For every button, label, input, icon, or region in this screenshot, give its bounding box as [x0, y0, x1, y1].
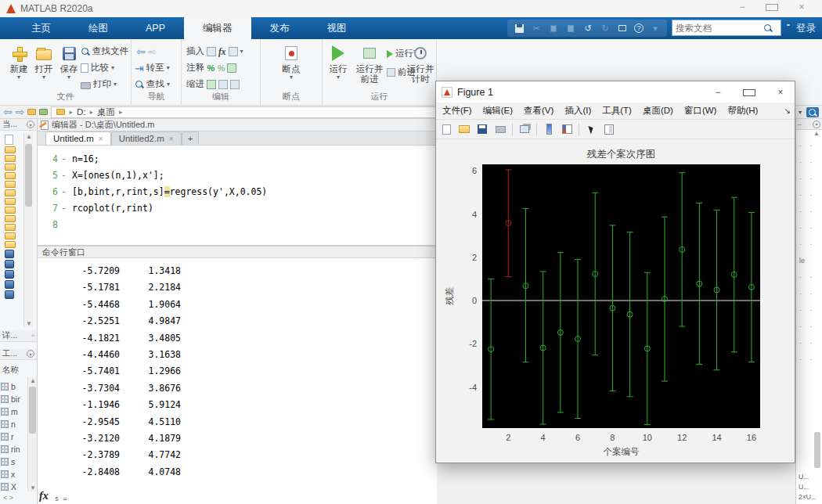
minimize-button[interactable]: −	[736, 2, 748, 13]
run-and-time-button[interactable]: 运行并 计时	[406, 44, 435, 85]
new-tab-button[interactable]: +	[182, 131, 200, 145]
paste-icon[interactable]	[565, 23, 576, 34]
figure-menu-编辑(E)[interactable]: 编辑(E)	[483, 105, 513, 117]
current-folder-header[interactable]: 当... ▾	[0, 119, 37, 131]
switch-window-icon[interactable]	[617, 23, 628, 34]
open-file-icon[interactable]	[457, 122, 471, 136]
mdoc-icon[interactable]	[5, 260, 14, 268]
smart-indent-icon[interactable]	[207, 80, 216, 89]
help-icon[interactable]: ?	[634, 23, 644, 33]
new-figure-icon[interactable]	[439, 122, 453, 136]
right-panel-header[interactable]: –▾	[796, 119, 822, 130]
figure-menu-工具(T)[interactable]: 工具(T)	[602, 105, 632, 117]
code-line[interactable]: 7-rcoplot(r,rint)	[38, 200, 437, 216]
code-area[interactable]: 4-n=16;5-X=[ones(n,1),x'];6-[b,bint,r,ri…	[38, 146, 437, 246]
right-scrollbar-thumb[interactable]	[814, 432, 820, 468]
figure-menu-窗口(W)[interactable]: 窗口(W)	[684, 105, 717, 117]
folder-icon[interactable]	[5, 215, 16, 222]
folder-icon[interactable]	[5, 232, 16, 239]
nav-forward-icon[interactable]: ⇨	[16, 106, 25, 118]
comment-row[interactable]: 注释 % %	[186, 61, 236, 74]
save-icon[interactable]	[514, 23, 525, 34]
mdoc-icon[interactable]	[5, 250, 14, 258]
mdoc-icon[interactable]	[5, 280, 14, 289]
save-figure-icon[interactable]	[475, 122, 489, 136]
uncomment-icon[interactable]: %	[217, 63, 225, 73]
run-and-advance-button[interactable]: 运行并 前进	[354, 44, 385, 85]
right-panel-menu-icon[interactable]: ▾	[813, 121, 820, 128]
forward-icon[interactable]: ⇨	[148, 45, 157, 58]
code-line[interactable]: 8	[38, 216, 437, 232]
breadcrumb-segment[interactable]: D:	[77, 107, 86, 117]
workspace-variable-x[interactable]: x	[1, 468, 27, 481]
figure-maximize-button[interactable]	[743, 87, 755, 99]
tab-close-icon[interactable]: ×	[99, 135, 103, 143]
folder-icon[interactable]	[5, 155, 16, 162]
figure-close-button[interactable]: ×	[774, 87, 787, 99]
wrap-comments-icon[interactable]	[227, 63, 236, 73]
insert-function-icon[interactable]: fx	[218, 47, 226, 56]
restore-button[interactable]	[766, 2, 778, 13]
back-icon[interactable]: ⇦	[136, 45, 146, 58]
figure-menu-文件(F)[interactable]: 文件(F)	[442, 105, 472, 117]
workspace-variable-X[interactable]: X	[1, 481, 27, 493]
find-button[interactable]: 查找▾	[135, 77, 170, 91]
workspace-variable-bir[interactable]: bir	[1, 393, 27, 405]
editor-tab-Untitled.m[interactable]: Untitled.m×	[45, 131, 111, 145]
indent-row[interactable]: 缩进	[186, 77, 240, 91]
folder-icon[interactable]	[5, 164, 16, 171]
folder-icon[interactable]	[5, 241, 16, 248]
folder-icon[interactable]	[5, 224, 16, 231]
ribbon-tab-视图[interactable]: 视图	[308, 17, 366, 39]
property-inspector-icon[interactable]	[602, 122, 616, 136]
command-window-header[interactable]: 命令行窗口	[38, 246, 437, 258]
sign-in-button[interactable]: 登录	[796, 17, 816, 39]
qa-dropdown-icon[interactable]: ▾	[650, 23, 661, 34]
doc-search-input[interactable]	[676, 23, 763, 33]
workspace-variable-n[interactable]: n	[1, 418, 27, 430]
command-prompt[interactable]: fx s =	[39, 490, 67, 502]
compare-button[interactable]: 比较▾	[81, 61, 114, 74]
figure-menu-查看(V)[interactable]: 查看(V)	[524, 105, 553, 117]
panel-menu-icon[interactable]: ▾	[27, 121, 34, 128]
folder-icon[interactable]	[5, 207, 16, 214]
figure-title-bar[interactable]: Figure 1 − ×	[436, 81, 795, 103]
menu-overflow-icon[interactable]: ↘	[784, 106, 791, 115]
folder-icon[interactable]	[5, 189, 16, 196]
figure-menu-插入(I)[interactable]: 插入(I)	[564, 105, 591, 117]
folder-icon[interactable]	[5, 172, 16, 179]
figure-menu-桌面(D)[interactable]: 桌面(D)	[643, 105, 673, 117]
browse-folder-icon[interactable]	[39, 109, 48, 115]
right-scroll-up[interactable]: ▲	[796, 130, 822, 137]
workspace-menu-icon[interactable]: ▾	[27, 350, 34, 358]
undo-icon[interactable]: ↺	[582, 23, 593, 34]
workspace-hscroll[interactable]: < >	[3, 494, 13, 502]
breakpoints-button[interactable]: 断点▾	[274, 44, 308, 81]
workspace-variable-r[interactable]: r	[1, 430, 27, 443]
code-line[interactable]: 4-n=16;	[38, 150, 437, 167]
ribbon-tab-APP[interactable]: APP	[127, 17, 184, 39]
current-folder-scrollbar[interactable]: ▲ ▼	[23, 133, 33, 327]
edit-plot-icon[interactable]	[584, 122, 598, 136]
ribbon-tab-主页[interactable]: 主页	[13, 17, 70, 39]
cut-icon[interactable]: ✂	[531, 23, 542, 34]
editor-tab-Untitled2.m[interactable]: Untitled2.m×	[111, 131, 182, 145]
breadcrumb-segment[interactable]: 桌面	[97, 106, 115, 118]
search-icon[interactable]	[763, 23, 773, 33]
workspace-variable-rin[interactable]: rin	[1, 443, 27, 455]
mdoc-icon[interactable]	[5, 270, 14, 279]
ribbon-tab-编辑器[interactable]: 编辑器	[184, 17, 251, 39]
workspace-variable-b[interactable]: b	[1, 380, 27, 393]
insert-comment-icon[interactable]	[229, 47, 238, 56]
goto-button[interactable]: ⇥转至▾	[135, 61, 170, 74]
details-panel-header[interactable]: 详... ^	[0, 330, 37, 342]
workspace-panel-header[interactable]: 工... ▾	[0, 348, 37, 360]
copy-icon[interactable]	[548, 23, 559, 34]
addr-search-icon[interactable]	[806, 107, 819, 117]
workspace-scrollbar[interactable]: ▲ ▼	[27, 377, 37, 491]
print-figure-icon[interactable]	[493, 122, 507, 136]
mdoc-icon[interactable]	[5, 290, 14, 299]
nav-back-icon[interactable]: ⇦	[3, 106, 13, 118]
workspace-variable-s[interactable]: s	[1, 455, 27, 468]
link-plot-icon[interactable]	[517, 122, 532, 136]
